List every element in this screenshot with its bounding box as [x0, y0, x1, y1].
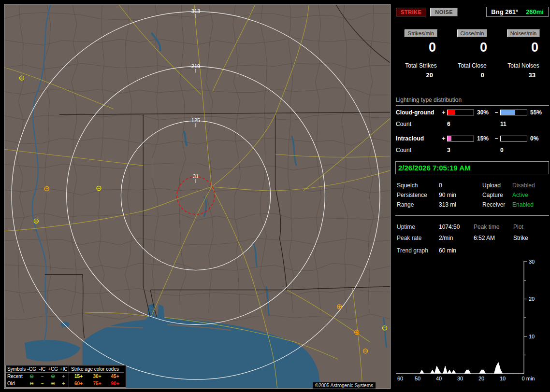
svg-text:60: 60: [397, 376, 403, 381]
noises-min-button[interactable]: Noises/min: [507, 29, 540, 37]
squelch-label: Squelch: [397, 181, 439, 190]
intracloud-pos-bar: [447, 136, 474, 141]
peak-time-label: Peak time: [474, 222, 513, 233]
strikes-min-value: 0: [395, 40, 447, 55]
svg-text:30: 30: [457, 376, 463, 381]
peak-rate-label: Peak rate: [397, 233, 439, 244]
divider: [395, 215, 549, 216]
rate-counter-values: 000: [395, 40, 549, 55]
trend-graph-label: Trend graph: [397, 247, 439, 254]
svg-text:125: 125: [191, 117, 200, 123]
settings-grid: Squelch0UploadDisabledPersistence90 minC…: [397, 181, 549, 210]
cloud-ground-count-row: Count611: [396, 120, 549, 128]
svg-text:31: 31: [193, 173, 199, 179]
svg-text:50: 50: [415, 376, 420, 381]
total-strikes-label: Total Strikes: [395, 62, 447, 69]
uptime-value: 1074:50: [439, 222, 474, 233]
map-canvas: 31321912531: [4, 4, 390, 389]
bearing-range-value: 260mi: [526, 8, 544, 15]
mode-toolbar: STRIKE NOISE Bng 261° 260mi: [396, 7, 549, 17]
total-counter-labels: Total StrikesTotal CloseTotal Noises: [395, 62, 549, 69]
total-counter-values: 20033: [395, 71, 549, 79]
lightning-map[interactable]: 31321912531 Symbols-CG-IC+CG+ICStrike ag…: [4, 4, 391, 389]
datetime-display: 2/26/2026 7:05:19 AM: [395, 161, 549, 174]
noises-min-value: 0: [498, 40, 549, 55]
distribution-title: Lightning type distribution: [396, 97, 549, 106]
trend-graph-row: Trend graph 60 min: [397, 247, 549, 254]
small-lake: [61, 322, 70, 327]
cloud-ground-row: Cloud-ground+30%−55%: [396, 108, 549, 116]
svg-text:10: 10: [500, 376, 506, 381]
upload-label: Upload: [482, 181, 512, 190]
map-legend: Symbols-CG-IC+CG+ICStrike age color code…: [5, 365, 126, 388]
noise-mode-button[interactable]: NOISE: [430, 8, 458, 16]
close-min-value: 0: [447, 40, 498, 55]
uptime-label: Uptime: [397, 222, 439, 233]
svg-text:219: 219: [191, 63, 200, 69]
total-noises-label: Total Noises: [498, 62, 549, 69]
upload-status: Disabled: [512, 181, 549, 190]
range-label: Range: [397, 200, 439, 210]
cloud-ground-neg-bar: [500, 110, 527, 115]
svg-text:20: 20: [478, 376, 484, 381]
bearing-label: Bng 261°: [491, 8, 518, 15]
plot-label: Plot: [513, 222, 549, 233]
legend-table: Symbols-CG-IC+CG+ICStrike age color code…: [6, 365, 126, 387]
distribution-rows: Cloud-ground+30%−55%Count611Intracloud+1…: [396, 108, 549, 160]
svg-text:30: 30: [529, 259, 535, 265]
capture-status: Active: [512, 190, 549, 200]
close-min-button[interactable]: Close/min: [457, 29, 488, 37]
squelch-value: 0: [439, 181, 482, 190]
intracloud-neg-bar: [500, 136, 527, 141]
copyright-text: ©2005 Astrogenic Systems: [313, 382, 376, 389]
total-noises-value: 33: [498, 71, 549, 79]
total-strikes-value: 20: [395, 71, 447, 79]
trend-chart: 1020306050403020100 min: [394, 259, 550, 389]
capture-label: Capture: [482, 190, 512, 200]
trend-window-value: 60 min: [439, 247, 549, 254]
svg-text:10: 10: [529, 334, 535, 339]
rate-counter-labels: Strikes/minClose/minNoises/min: [395, 29, 549, 37]
svg-text:40: 40: [436, 376, 442, 381]
svg-text:313: 313: [191, 8, 200, 14]
total-close-label: Total Close: [447, 62, 498, 69]
bearing-readout: Bng 261° 260mi: [486, 7, 549, 17]
peak-rate-value: 2/min: [439, 233, 474, 244]
stats-grid: Uptime 1074:50 Peak time Plot Peak rate …: [397, 222, 549, 244]
receiver-status: Enabled: [512, 200, 549, 210]
persistence-label: Persistence: [397, 190, 439, 200]
plot-value: Strike: [513, 233, 549, 244]
receiver-label: Receiver: [482, 200, 512, 210]
intracloud-count-row: Count30: [396, 146, 549, 154]
total-close-value: 0: [447, 71, 498, 79]
strike-mode-button[interactable]: STRIKE: [396, 8, 426, 16]
strikes-min-button[interactable]: Strikes/min: [405, 29, 437, 37]
svg-text:20: 20: [529, 296, 535, 302]
cloud-ground-pos-bar: [447, 110, 474, 115]
intracloud-row: Intracloud+15%−0%: [396, 134, 549, 142]
persistence-value: 90 min: [439, 190, 482, 200]
svg-text:0 min: 0 min: [522, 376, 535, 381]
range-value: 313 mi: [439, 200, 482, 210]
peak-time-value: 6:52 AM: [474, 233, 513, 244]
status-panel: STRIKE NOISE Bng 261° 260mi Strikes/minC…: [394, 0, 550, 392]
